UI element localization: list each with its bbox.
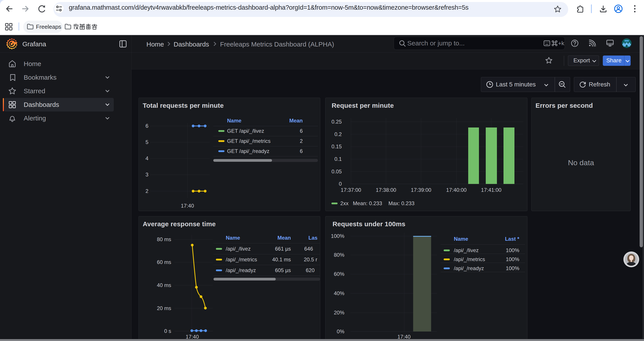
svg-text:17:40:00: 17:40:00 bbox=[446, 187, 466, 193]
svg-text:6: 6 bbox=[146, 123, 148, 129]
svg-text:2: 2 bbox=[146, 188, 148, 194]
svg-text:17:41:00: 17:41:00 bbox=[481, 187, 501, 193]
svg-text:80%: 80% bbox=[334, 252, 344, 258]
svg-text:0: 0 bbox=[339, 181, 342, 187]
svg-text:20%: 20% bbox=[334, 310, 344, 315]
svg-text:0.1: 0.1 bbox=[334, 156, 342, 162]
svg-text:100%: 100% bbox=[331, 233, 344, 239]
svg-text:4: 4 bbox=[146, 155, 148, 161]
svg-text:80 ms: 80 ms bbox=[157, 236, 171, 242]
svg-text:0.15: 0.15 bbox=[332, 144, 342, 149]
svg-text:20 ms: 20 ms bbox=[157, 305, 171, 311]
svg-text:60%: 60% bbox=[334, 271, 344, 277]
svg-text:17:40: 17:40 bbox=[181, 203, 194, 209]
svg-text:40 ms: 40 ms bbox=[157, 282, 171, 288]
svg-text:3: 3 bbox=[146, 172, 148, 178]
svg-text:0.25: 0.25 bbox=[332, 119, 342, 125]
svg-text:0%: 0% bbox=[337, 328, 344, 334]
svg-text:5: 5 bbox=[146, 139, 148, 145]
svg-text:40%: 40% bbox=[334, 290, 344, 296]
svg-text:0.05: 0.05 bbox=[332, 169, 342, 174]
svg-text:0.2: 0.2 bbox=[334, 131, 342, 137]
svg-text:60 ms: 60 ms bbox=[157, 259, 171, 265]
svg-text:17:39:00: 17:39:00 bbox=[411, 187, 431, 193]
svg-text:17:38:00: 17:38:00 bbox=[376, 187, 396, 193]
svg-text:0 s: 0 s bbox=[164, 328, 171, 334]
svg-text:17:37:00: 17:37:00 bbox=[341, 187, 361, 193]
